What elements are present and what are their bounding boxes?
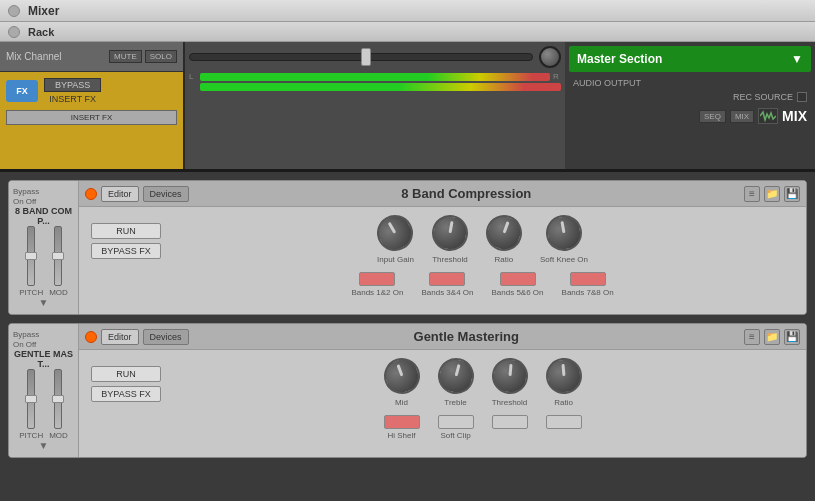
pitch-fader-handle-1[interactable] xyxy=(25,252,37,260)
run-button-2[interactable]: RUN xyxy=(91,366,161,382)
threshold-label-1: Threshold xyxy=(432,255,468,264)
main-fader-handle[interactable] xyxy=(361,48,371,66)
seq-button[interactable]: SEQ xyxy=(699,110,726,123)
show-insert-fx-button[interactable]: INSERT FX xyxy=(6,110,177,125)
strip-folder-icon-2[interactable]: 📁 xyxy=(764,329,780,345)
bypass-fx-button-1[interactable]: BYPASS FX xyxy=(91,243,161,259)
extra1-button[interactable] xyxy=(492,415,528,429)
devices-button-1[interactable]: Devices xyxy=(143,186,189,202)
ratio-knob-2[interactable] xyxy=(544,356,583,395)
bands-34-button[interactable] xyxy=(429,272,465,286)
pitch-mod-faders-2: PITCH MOD xyxy=(19,369,68,440)
pitch-fader-handle-2[interactable] xyxy=(25,395,37,403)
bypass-button[interactable]: BYPASS xyxy=(44,78,101,92)
solo-button[interactable]: SOLO xyxy=(145,50,177,63)
on-label: On xyxy=(13,197,24,206)
rack-bar: Rack xyxy=(0,22,815,42)
bands-56-button[interactable] xyxy=(500,272,536,286)
treble-knob[interactable] xyxy=(433,354,477,398)
strip-save-icon-2[interactable]: 💾 xyxy=(784,329,800,345)
run-bypass-col-1: RUN BYPASS FX xyxy=(91,215,161,264)
strip-controls-2: RUN BYPASS FX Mid Treble Threshol xyxy=(79,350,806,415)
hi-shelf-label: Hi Shelf xyxy=(387,431,415,440)
strip-menu-icon-2[interactable]: ≡ xyxy=(744,329,760,345)
pitch-fader-track-2[interactable] xyxy=(27,369,35,429)
knobs-section-1: Input Gain Threshold Ratio Soft Knee On xyxy=(171,215,794,264)
channel-strip-area: Mix Channel MUTE SOLO FX BYPASS INSERT F… xyxy=(0,42,185,169)
window-close-btn[interactable] xyxy=(8,5,20,17)
mod-fader-1: MOD xyxy=(49,226,68,297)
soft-clip-button[interactable] xyxy=(438,415,474,429)
master-dropdown-arrow[interactable]: ▼ xyxy=(791,52,803,66)
strip-save-icon-1[interactable]: 💾 xyxy=(784,186,800,202)
strip-menu-icon-1[interactable]: ≡ xyxy=(744,186,760,202)
knob-group-treble: Treble xyxy=(438,358,474,407)
pitch-fader-track-1[interactable] xyxy=(27,226,35,286)
strip-header-dot-2 xyxy=(85,331,97,343)
insert-fx-label: INSERT FX xyxy=(44,94,101,104)
collapse-arrow-1[interactable]: ▼ xyxy=(39,297,49,308)
collapse-arrow-2[interactable]: ▼ xyxy=(39,440,49,451)
strip-left-controls: Bypass On Off 8 BAND COMP... PITCH xyxy=(9,181,79,314)
input-gain-knob[interactable] xyxy=(371,208,420,257)
hi-shelf-button[interactable] xyxy=(384,415,420,429)
master-section: Master Section ▼ AUDIO OUTPUT REC SOURCE… xyxy=(565,42,815,169)
strip-folder-icon-1[interactable]: 📁 xyxy=(764,186,780,202)
devices-button-2[interactable]: Devices xyxy=(143,329,189,345)
mix-big-label: MIX xyxy=(782,108,807,124)
knob-group-input-gain: Input Gain xyxy=(377,215,414,264)
run-button-1[interactable]: RUN xyxy=(91,223,161,239)
window-title: Mixer xyxy=(28,4,59,18)
bypass-controls: Bypass On Off xyxy=(13,187,74,206)
extra2-button[interactable] xyxy=(546,415,582,429)
strip-left-controls-2: Bypass On Off GENTLE MAST... PITCH xyxy=(9,324,79,457)
mix-button[interactable]: MIX xyxy=(730,110,754,123)
fx-strips-area: Bypass On Off 8 BAND COMP... PITCH xyxy=(0,172,815,466)
on-off-row-2: On Off xyxy=(13,340,74,349)
knob-group-soft-knee: Soft Knee On xyxy=(540,215,588,264)
knob-group-ratio-2: Ratio xyxy=(546,358,582,407)
bands-12-button[interactable] xyxy=(359,272,395,286)
knobs-section-2: Mid Treble Threshold Ratio xyxy=(171,358,794,407)
rack-indicator xyxy=(8,26,20,38)
rack-label: Rack xyxy=(28,26,54,38)
strip-header-icons-1: ≡ 📁 💾 xyxy=(744,186,800,202)
mid-knob[interactable] xyxy=(378,353,424,399)
run-bypass-col-2: RUN BYPASS FX xyxy=(91,358,161,407)
threshold-knob-2[interactable] xyxy=(490,356,529,395)
rec-source-checkbox[interactable] xyxy=(797,92,807,102)
threshold-label-2: Threshold xyxy=(492,398,528,407)
pitch-fader-2: PITCH xyxy=(19,369,43,440)
waveform-icon[interactable] xyxy=(758,108,778,124)
strip-header-icons-2: ≡ 📁 💾 xyxy=(744,329,800,345)
bands-78-button[interactable] xyxy=(570,272,606,286)
threshold-knob-1[interactable] xyxy=(429,212,471,254)
bands-12-label: Bands 1&2 On xyxy=(351,288,403,297)
editor-button-2[interactable]: Editor xyxy=(101,329,139,345)
mod-fader-track-2[interactable] xyxy=(54,369,62,429)
ratio-label-1: Ratio xyxy=(495,255,514,264)
soft-knee-knob[interactable] xyxy=(543,212,585,254)
pan-knob[interactable] xyxy=(539,46,561,68)
ratio-knob-1[interactable] xyxy=(481,210,527,256)
band-buttons-row-1: Bands 1&2 On Bands 3&4 On Bands 5&6 On B… xyxy=(79,272,806,305)
strip-header-1: Editor Devices 8 Band Compression ≡ 📁 💾 xyxy=(79,181,806,207)
strip-name-2: GENTLE MAST... xyxy=(13,349,74,369)
band-group-extra2 xyxy=(546,415,582,440)
bypass-label: Bypass xyxy=(13,187,74,196)
band-group-12: Bands 1&2 On xyxy=(351,272,403,297)
fx-strip-band-compression: Bypass On Off 8 BAND COMP... PITCH xyxy=(8,180,807,315)
input-gain-label: Input Gain xyxy=(377,255,414,264)
mod-fader-handle-1[interactable] xyxy=(52,252,64,260)
editor-button-1[interactable]: Editor xyxy=(101,186,139,202)
top-mixer-section: Mix Channel MUTE SOLO FX BYPASS INSERT F… xyxy=(0,42,815,172)
bands-56-label: Bands 5&6 On xyxy=(492,288,544,297)
mod-fader-track-1[interactable] xyxy=(54,226,62,286)
off-label: Off xyxy=(26,197,37,206)
mod-fader-handle-2[interactable] xyxy=(52,395,64,403)
mix-channel-label: Mix Channel xyxy=(6,51,62,62)
mixer-controls: L R xyxy=(185,42,565,169)
bypass-fx-button-2[interactable]: BYPASS FX xyxy=(91,386,161,402)
mute-button[interactable]: MUTE xyxy=(109,50,142,63)
strip-main-1: Editor Devices 8 Band Compression ≡ 📁 💾 … xyxy=(79,181,806,314)
